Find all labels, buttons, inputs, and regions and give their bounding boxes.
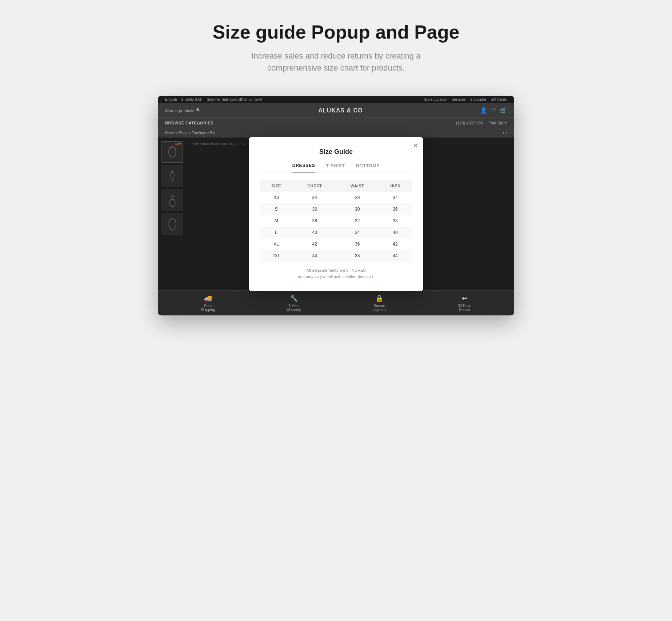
page-title: Size guide Popup and Page	[213, 22, 460, 43]
store-name: ALUKAS & CO	[319, 107, 363, 114]
tab-bottoms[interactable]: BOTTOMS	[356, 163, 380, 172]
search-area[interactable]: Search products 🔍	[165, 108, 201, 113]
col-header-size: SIZE	[260, 180, 293, 192]
search-icon[interactable]: 🔍	[196, 108, 201, 113]
table-row: XL423642	[260, 238, 412, 250]
nav-arrows[interactable]: ‹ ›	[503, 130, 507, 135]
feature-secure-payment: 🔒 Securepayment	[372, 294, 386, 312]
promo-text: Summer Sale 15% off! Shop Now!	[207, 97, 262, 101]
content-area: HOT with reduced pre	[158, 138, 514, 290]
feature-warranty: 🔧 1 YearWarranty	[287, 294, 301, 312]
category-bar: BROWSE CATEGORIES (123) 4567 890 Find St…	[158, 118, 514, 128]
popup-tabs: DRESSES T-SHIRT BOTTOMS	[260, 163, 412, 173]
tab-dresses[interactable]: DRESSES	[292, 163, 315, 172]
gift-cards-link[interactable]: Gift Cards	[491, 97, 507, 101]
feature-return: ↩ 30 DaysReturn	[458, 294, 471, 312]
main-nav: Search products 🔍 ALUKAS & CO 👤 ♡ 🛒	[158, 103, 514, 118]
search-input[interactable]: Search products	[165, 108, 194, 113]
feature-free-shipping: 🚚 FreeShipping	[201, 294, 215, 312]
secure-label: Securepayment	[372, 304, 386, 312]
browser-mockup: English $ Dollar (US) Summer Sale 15% of…	[158, 96, 514, 315]
store-location-link[interactable]: Store Location	[424, 97, 448, 101]
subscribe-link[interactable]: Subscribe	[470, 97, 486, 101]
nav-icons: 👤 ♡ 🛒	[480, 107, 507, 114]
popup-footer-line1: All measurements are in INCHES	[260, 267, 412, 274]
col-header-chest: CHEST	[293, 180, 336, 192]
cart-icon[interactable]: 🛒	[500, 107, 507, 114]
wishlist-icon[interactable]: ♡	[491, 107, 496, 114]
breadcrumb: Home > Shop > Earnings > Blu...	[165, 131, 218, 135]
find-store-link[interactable]: Find Store	[488, 121, 507, 125]
phone-number: (123) 4567 890	[456, 121, 483, 125]
currency-selector[interactable]: $ Dollar (US)	[181, 97, 203, 101]
table-row: M383238	[260, 215, 412, 227]
warranty-label: 1 YearWarranty	[287, 304, 301, 312]
browse-categories[interactable]: BROWSE CATEGORIES	[165, 121, 213, 125]
top-bar: English $ Dollar (US) Summer Sale 15% of…	[158, 96, 514, 103]
shipping-label: FreeShipping	[201, 304, 215, 312]
shipping-icon: 🚚	[204, 294, 212, 302]
bottom-bar: 🚚 FreeShipping 🔧 1 YearWarranty 🔒 Secure…	[158, 290, 514, 315]
size-guide-popup: × Size Guide DRESSES T-SHIRT BOTTOMS SIZ…	[249, 137, 423, 291]
return-label: 30 DaysReturn	[458, 304, 471, 312]
table-row: XS342834	[260, 192, 412, 203]
popup-close-button[interactable]: ×	[413, 142, 417, 149]
language-selector[interactable]: English	[165, 97, 177, 101]
popup-footer-line2: and may vary a half inch in either direc…	[260, 274, 412, 280]
services-link[interactable]: Services	[452, 97, 465, 101]
contact-info: (123) 4567 890 Find Store	[456, 121, 507, 125]
account-icon[interactable]: 👤	[480, 107, 487, 114]
warranty-icon: 🔧	[290, 294, 298, 302]
popup-overlay: × Size Guide DRESSES T-SHIRT BOTTOMS SIZ…	[158, 138, 514, 290]
top-bar-left: English $ Dollar (US) Summer Sale 15% of…	[165, 97, 262, 101]
return-icon: ↩	[462, 294, 467, 302]
breadcrumb-bar: Home > Shop > Earnings > Blu... ‹ ›	[158, 128, 514, 138]
page-subtitle: Increase sales and reduce returns by cre…	[227, 50, 445, 74]
tab-tshirt[interactable]: T-SHIRT	[326, 163, 345, 172]
table-row: 2XL443844	[260, 250, 412, 262]
col-header-waist: WAIST	[336, 180, 378, 192]
popup-title: Size Guide	[260, 148, 412, 156]
table-row: L403440	[260, 227, 412, 238]
top-bar-right: Store Location Services Subscribe Gift C…	[424, 97, 507, 101]
secure-icon: 🔒	[375, 294, 383, 302]
col-header-hips: HIPS	[378, 180, 412, 192]
size-table: SIZE CHEST WAIST HIPS XS342834S363036M38…	[260, 180, 412, 262]
table-row: S363036	[260, 203, 412, 215]
popup-footer: All measurements are in INCHES and may v…	[260, 267, 412, 280]
